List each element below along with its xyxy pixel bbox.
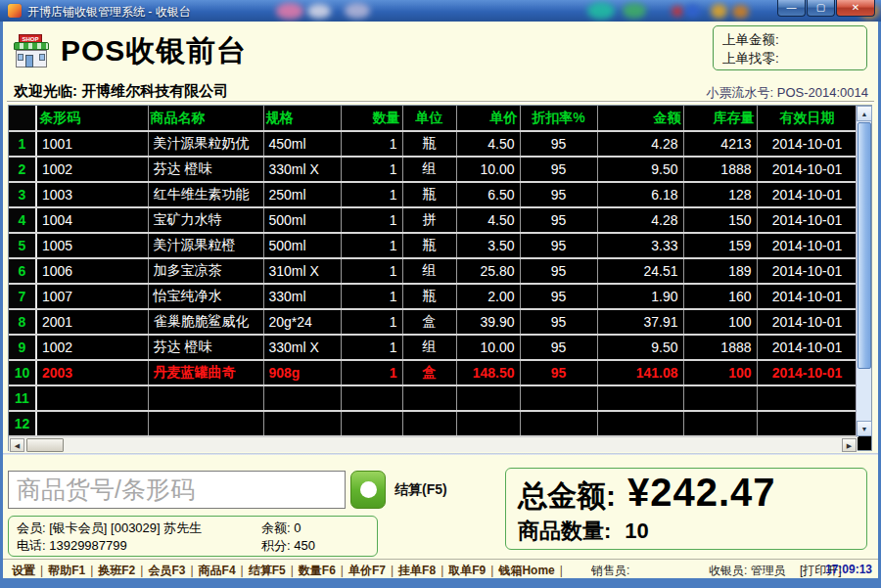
cell[interactable]: 芬达 橙味 (148, 335, 263, 360)
cell[interactable]: 1005 (36, 233, 148, 258)
cell[interactable]: 2014-10-01 (757, 207, 858, 233)
cell[interactable] (757, 411, 858, 436)
menu-item[interactable]: 取单F9 (448, 564, 486, 577)
cell[interactable]: 丹麦蓝罐曲奇 (148, 360, 263, 385)
cell[interactable]: 39.90 (456, 309, 520, 335)
menu-item[interactable]: 结算F5 (249, 564, 286, 577)
cell[interactable]: 20g*24 (263, 309, 341, 335)
horizontal-scrollbar-thumb[interactable] (26, 438, 64, 452)
menu-item[interactable]: 单价F7 (348, 564, 386, 577)
cell[interactable]: 500ml (263, 233, 341, 258)
cell[interactable]: 2001 (36, 309, 148, 335)
cell[interactable]: 2014-10-01 (757, 258, 858, 284)
menu-item[interactable]: 帮助F1 (48, 564, 85, 577)
cell[interactable]: 组 (402, 258, 456, 284)
minimize-button[interactable]: — (777, 0, 806, 17)
cell[interactable]: 330ml X (263, 157, 341, 182)
scroll-right-icon[interactable]: ▶ (842, 438, 857, 452)
cell[interactable]: 1002 (36, 157, 148, 182)
cell[interactable]: 1001 (36, 131, 148, 157)
cell[interactable]: 加多宝凉茶 (148, 258, 263, 284)
cell[interactable]: 2014-10-01 (757, 309, 858, 335)
cell[interactable]: 1 (341, 309, 402, 335)
cell[interactable] (341, 385, 402, 411)
cell[interactable]: 141.08 (597, 360, 683, 385)
cell[interactable]: 盒 (402, 309, 456, 335)
maximize-button[interactable]: ▢ (807, 0, 835, 17)
cell[interactable]: 908g (263, 360, 341, 385)
scroll-up-icon[interactable]: ▲ (857, 106, 872, 121)
cell[interactable] (597, 385, 683, 411)
cell[interactable]: 2014-10-01 (757, 284, 858, 309)
cell[interactable] (263, 385, 341, 411)
cell[interactable]: 95 (520, 258, 597, 284)
cell[interactable]: 雀巢脆脆鲨威化 (148, 309, 263, 335)
cell[interactable] (456, 385, 520, 411)
cell[interactable]: 1 (341, 207, 402, 233)
cell[interactable]: 6.18 (597, 182, 683, 207)
cell[interactable]: 95 (520, 233, 597, 258)
cell[interactable]: 95 (520, 360, 597, 385)
cell[interactable]: 怡宝纯净水 (148, 284, 263, 309)
cell[interactable] (683, 411, 757, 436)
cell[interactable]: 盒 (402, 360, 456, 385)
cell[interactable]: 189 (683, 258, 757, 284)
cell[interactable]: 310ml X (263, 258, 341, 284)
settle-button[interactable] (350, 471, 386, 509)
cell[interactable]: 6.50 (456, 182, 520, 207)
cell[interactable]: 拼 (402, 207, 456, 233)
cell[interactable]: 芬达 橙味 (148, 157, 263, 182)
cell[interactable]: 1888 (683, 157, 757, 182)
cell[interactable]: 组 (402, 157, 456, 182)
table-row[interactable]: 11 (9, 385, 858, 411)
menu-item[interactable]: 换班F2 (98, 564, 135, 577)
cell[interactable] (36, 411, 148, 436)
cell[interactable]: 95 (520, 182, 597, 207)
cell[interactable]: 95 (520, 157, 597, 182)
cell[interactable] (148, 411, 263, 436)
table-row[interactable]: 71007怡宝纯净水330ml1瓶2.00951.901602014-10-01 (9, 284, 858, 309)
cell[interactable]: 组 (402, 335, 456, 360)
table-row[interactable]: 82001雀巢脆脆鲨威化20g*241盒39.909537.911002014-… (9, 309, 858, 335)
table-row[interactable]: 11001美汁源果粒奶优450ml1瓶4.50954.2842132014-10… (9, 131, 858, 157)
cell[interactable]: 159 (683, 233, 757, 258)
cell[interactable]: 4.28 (597, 131, 683, 157)
table-row[interactable]: 51005美汁源果粒橙500ml1瓶3.50953.331592014-10-0… (9, 233, 858, 258)
cell[interactable] (402, 385, 456, 411)
cell[interactable]: 1 (341, 335, 402, 360)
titlebar[interactable]: 开博店铺收银管理系统 - 收银台 — ▢ ✕ (0, 0, 881, 22)
cell[interactable]: 95 (520, 284, 597, 309)
cell[interactable] (597, 411, 683, 436)
cell[interactable]: 148.50 (456, 360, 520, 385)
cell[interactable]: 1 (341, 131, 402, 157)
cell[interactable]: 24.51 (597, 258, 683, 284)
cell[interactable]: 1007 (36, 284, 148, 309)
cell[interactable]: 95 (520, 335, 597, 360)
cell[interactable]: 95 (520, 131, 597, 157)
cell[interactable]: 10.00 (456, 157, 520, 182)
cell[interactable]: 1004 (36, 207, 148, 233)
cell[interactable]: 美汁源果粒奶优 (148, 131, 263, 157)
cell[interactable]: 2014-10-01 (757, 131, 858, 157)
cell[interactable]: 2014-10-01 (757, 233, 858, 258)
table-row[interactable]: 91002芬达 橙味330ml X1组10.00959.5018882014-1… (9, 335, 858, 360)
cell[interactable]: 2014-10-01 (757, 360, 858, 385)
cell[interactable]: 100 (683, 309, 757, 335)
menu-item[interactable]: 钱箱Home (498, 564, 554, 577)
table-row[interactable]: 41004宝矿力水特500ml1拼4.50954.281502014-10-01 (9, 207, 858, 233)
cell[interactable]: 瓶 (402, 284, 456, 309)
cell[interactable]: 1888 (683, 335, 757, 360)
cell[interactable] (520, 411, 597, 436)
menu-item[interactable]: 数量F6 (299, 564, 336, 577)
barcode-input[interactable] (8, 471, 346, 509)
menu-item[interactable]: 商品F4 (199, 564, 236, 577)
cell[interactable]: 宝矿力水特 (148, 207, 263, 233)
cell[interactable] (341, 411, 402, 436)
table-row[interactable]: 31003红牛维生素功能250ml1瓶6.50956.181282014-10-… (9, 182, 858, 207)
cell[interactable]: 美汁源果粒橙 (148, 233, 263, 258)
cell[interactable] (757, 385, 858, 411)
cell[interactable]: 500ml (263, 207, 341, 233)
cell[interactable]: 2014-10-01 (757, 182, 858, 207)
cell[interactable]: 9.50 (597, 335, 683, 360)
table-row[interactable]: 61006加多宝凉茶310ml X1组25.809524.511892014-1… (9, 258, 858, 284)
